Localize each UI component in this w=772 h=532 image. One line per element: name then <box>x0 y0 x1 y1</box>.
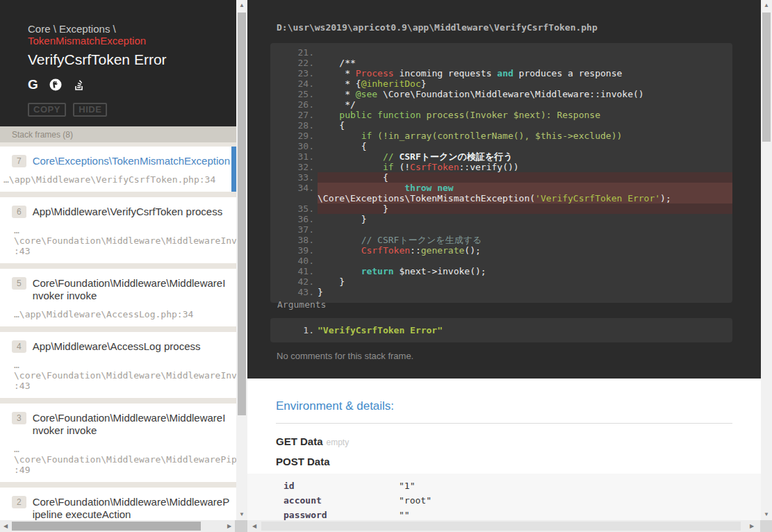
code-line: 23. * Process incoming requests and prod… <box>270 68 732 78</box>
copy-button[interactable]: COPY <box>28 103 66 117</box>
stack-frame[interactable]: 7Core\Exceptions\TokenMismatchException…… <box>0 147 236 192</box>
code-line: 34. throw new \Core\Exceptions\TokenMism… <box>270 183 732 203</box>
scroll-left-icon[interactable]: ◀ <box>249 520 260 532</box>
code-line: 24. * {@inheritDoc} <box>270 78 732 89</box>
environment-details-section: Environment & details: GET Dataempty POS… <box>247 379 761 520</box>
code-line: 21. <box>270 47 732 58</box>
code-line: 40. <box>270 256 732 266</box>
main-hscroll-thumb[interactable] <box>261 522 741 531</box>
scroll-up-icon[interactable]: ▲ <box>236 0 247 11</box>
code-line: 37. <box>270 224 732 235</box>
stack-frame[interactable]: 6App\Middleware\VerifyCsrfToken process…… <box>0 197 236 263</box>
code-line: 41. return $next->invoke(); <box>270 266 732 276</box>
sidebar-vertical-scrollbar[interactable]: ▲ ▼ <box>236 0 247 520</box>
get-data-empty-badge: empty <box>327 438 350 447</box>
no-comments-text: No comments for this stack frame. <box>277 351 413 361</box>
code-line: 42. } <box>270 276 732 287</box>
stack-sidebar: Core \ Exceptions \ TokenMismatchExcepti… <box>0 0 236 520</box>
code-line: 29. if (!in_array(controllerName(), $thi… <box>270 131 732 141</box>
frame-title: App\Middleware\VerifyCsrfToken process <box>33 206 222 218</box>
divider <box>276 423 732 424</box>
sidebar-hscroll-thumb[interactable] <box>12 522 201 531</box>
scroll-down-icon[interactable]: ▼ <box>236 509 247 520</box>
frame-title: Core\Foundation\Middleware\MiddlewarePip… <box>33 496 231 520</box>
post-data-row: id"1" <box>247 479 761 493</box>
get-data-title: GET Data <box>276 435 323 447</box>
get-data-label: GET Dataempty <box>276 435 761 447</box>
frame-title: Core\Foundation\Middleware\MiddlewareInv… <box>33 277 231 302</box>
post-data-table: id"1"account"root"password"" <box>247 474 761 520</box>
exception-header: Core \ Exceptions \ TokenMismatchExcepti… <box>0 0 236 126</box>
scrollbar-corner <box>760 520 772 532</box>
frame-number-badge: 4 <box>12 340 26 353</box>
post-data-label: POST Data <box>276 456 761 467</box>
frame-number-badge: 3 <box>12 412 26 424</box>
post-data-row: password"" <box>247 508 761 520</box>
source-code-block: 21. 22. /**23. * Process incoming reques… <box>270 43 732 303</box>
code-line: 22. /** <box>270 58 732 68</box>
stack-frame[interactable]: 5Core\Foundation\Middleware\MiddlewareIn… <box>0 269 236 326</box>
code-pane: D:\usr\ws2019\apricot0.9\app\Middleware\… <box>247 0 761 379</box>
frame-number-badge: 2 <box>12 496 26 508</box>
frame-title: Core\Foundation\Middleware\MiddlewareInv… <box>33 412 231 437</box>
frame-number-badge: 5 <box>12 277 26 290</box>
code-line: 30. { <box>270 141 732 151</box>
code-line: 43.} <box>270 287 732 297</box>
code-line: 32. if (!CsrfToken::verify()) <box>270 162 732 172</box>
frame-number-badge: 7 <box>12 155 26 167</box>
google-search-icon[interactable]: G <box>28 78 38 92</box>
argument-item: 1."VerifyCsrfToken Error" <box>270 325 732 335</box>
exception-message-title: VerifyCsrfToken Error <box>28 51 227 68</box>
code-line: 35. } <box>270 203 732 214</box>
hide-button[interactable]: HIDE <box>73 103 107 117</box>
frame-file-path: …\core\Foundation\Middleware\MiddlewareP… <box>0 444 236 475</box>
frame-file-path: …\app\Middleware\VerifyCsrfToken.php:34 <box>0 174 236 185</box>
frame-title: Core\Exceptions\TokenMismatchException <box>33 155 230 167</box>
frame-file-path: …\core\Foundation\Middleware\MiddlewareI… <box>0 360 236 391</box>
frame-detail-panel: D:\usr\ws2019\apricot0.9\app\Middleware\… <box>247 0 761 520</box>
stackoverflow-search-icon[interactable] <box>73 78 85 91</box>
post-data-row: account"root" <box>247 493 761 508</box>
code-line: 25. * @see \Core\Foundation\Middleware\M… <box>270 89 732 99</box>
scrollbar-corner <box>235 520 247 532</box>
page-scroll-thumb[interactable] <box>762 13 771 142</box>
main-horizontal-scrollbar[interactable]: ◀ ▶ <box>247 520 760 532</box>
frame-file-path: …\core\Foundation\Middleware\MiddlewareI… <box>0 225 236 256</box>
exception-class: TokenMismatchException <box>28 35 146 47</box>
code-line: 26. */ <box>270 99 732 110</box>
page-vertical-scrollbar[interactable]: ▲ ▼ <box>761 0 772 520</box>
stack-frame[interactable]: 3Core\Foundation\Middleware\MiddlewareIn… <box>0 404 236 482</box>
code-line: 28. { <box>270 120 732 131</box>
scroll-left-icon[interactable]: ◀ <box>0 520 11 532</box>
environment-heading: Environment & details: <box>276 399 761 413</box>
sidebar-scroll-thumb[interactable] <box>238 13 246 415</box>
search-links: G <box>28 78 227 92</box>
frame-file-path: …\app\Middleware\AccessLog.php:34 <box>0 309 236 319</box>
code-line: 33. { <box>270 172 732 183</box>
stack-frames-header: Stack frames (8) <box>0 126 236 142</box>
code-line: 31. // CSRFトークンの検証を行う <box>270 151 732 162</box>
sidebar-horizontal-scrollbar[interactable]: ◀ ▶ <box>0 520 235 532</box>
file-path: D:\usr\ws2019\apricot0.9\app\Middleware\… <box>277 22 598 33</box>
arguments-list: 1."VerifyCsrfToken Error" <box>270 318 732 342</box>
scroll-right-icon[interactable]: ▶ <box>224 520 235 532</box>
scroll-up-icon[interactable]: ▲ <box>761 0 772 11</box>
frame-title: App\Middleware\AccessLog process <box>33 340 201 353</box>
scroll-right-icon[interactable]: ▶ <box>746 520 757 532</box>
scroll-down-icon[interactable]: ▼ <box>761 509 772 520</box>
duckduckgo-search-icon[interactable] <box>49 78 62 91</box>
breadcrumb: Core \ Exceptions \ TokenMismatchExcepti… <box>28 23 227 47</box>
frame-number-badge: 6 <box>12 206 26 218</box>
breadcrumb-prefix: Core \ Exceptions \ <box>28 23 116 35</box>
code-line: 36. } <box>270 214 732 224</box>
code-line: 38. // CSRFトークンを生成する <box>270 235 732 245</box>
stack-frames-list: 7Core\Exceptions\TokenMismatchException…… <box>0 142 236 520</box>
code-line: 27. public function process(Invoker $nex… <box>270 110 732 120</box>
header-buttons: COPY HIDE <box>28 103 227 117</box>
arguments-label: Arguments <box>277 299 326 310</box>
stack-frame[interactable]: 2Core\Foundation\Middleware\MiddlewarePi… <box>0 488 236 520</box>
code-line: 39. CsrfToken::generate(); <box>270 245 732 256</box>
stack-frame[interactable]: 4App\Middleware\AccessLog process…\core\… <box>0 332 236 398</box>
